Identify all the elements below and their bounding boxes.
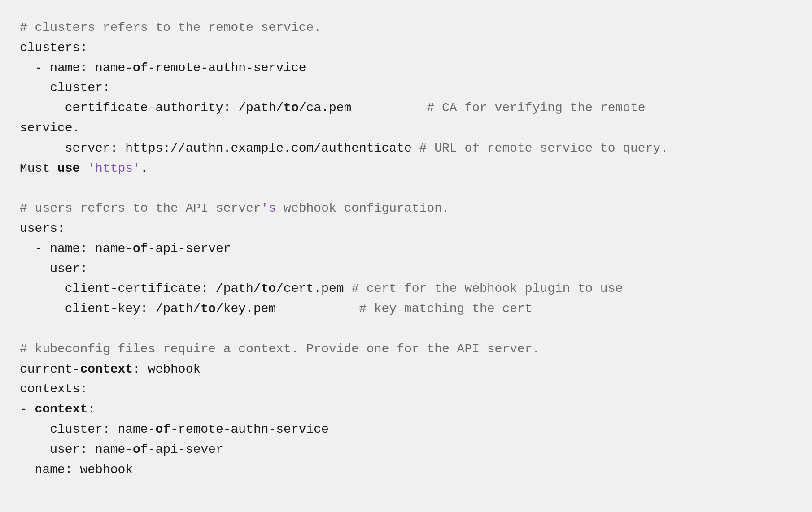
code-token: -remote-authn-service (170, 422, 329, 436)
code-line: - name: name-of-api-server (20, 239, 792, 259)
code-token: - (20, 402, 35, 416)
code-token: of (133, 443, 148, 456)
code-token: cluster: name- (20, 422, 155, 436)
code-token: /key.pem (216, 302, 359, 316)
code-token: the API server. (419, 342, 540, 356)
code-token: # CA (427, 101, 464, 115)
code-token: cluster: (20, 81, 110, 95)
code-line: - context: (20, 399, 792, 420)
code-token: users: (20, 221, 65, 235)
code-token: use (600, 282, 623, 295)
code-token: - name: name- (20, 61, 133, 75)
code-line: cluster: name-of-remote-authn-service (20, 420, 792, 440)
code-line: contexts: (20, 379, 792, 399)
code-line: Must use 'https'. (20, 159, 792, 179)
code-line: client-certificate: /path/to/cert.pem # … (20, 279, 792, 299)
code-token: for (404, 282, 427, 295)
code-token: # URL (419, 141, 465, 155)
code-token: webhook (276, 201, 344, 215)
code-token: remote service (480, 141, 600, 155)
code-token: /cert.pem (276, 282, 351, 295)
code-token: to (577, 282, 593, 295)
code-line: - name: name-of-remote-authn-service (20, 58, 792, 78)
code-line: users: (20, 219, 792, 239)
code-token: clusters: (20, 41, 87, 55)
code-token: context (238, 342, 291, 356)
code-token: -api-server (148, 242, 231, 256)
code-token: to (201, 302, 216, 316)
code-token: # clusters refers (20, 21, 155, 35)
code-token: to (155, 21, 170, 35)
code-token: the API server (148, 201, 261, 215)
code-token: context (35, 402, 88, 416)
code-token: of (133, 61, 148, 75)
code-token: the remote service. (170, 21, 321, 35)
code-line: clusters: (20, 38, 792, 58)
code-token: 's (261, 201, 276, 215)
code-token: - name: name- (20, 242, 133, 256)
code-token (80, 161, 87, 175)
code-line: server: https://authn.example.com/authen… (20, 139, 792, 159)
code-token: server: https://authn.example.com/authen… (20, 141, 419, 155)
code-token: . (442, 201, 450, 215)
code-token: to (133, 201, 148, 215)
code-token: query. (615, 141, 668, 155)
code-line: current-context: webhook (20, 360, 792, 380)
code-token: . (140, 161, 148, 175)
code-token: 'https' (87, 161, 140, 175)
code-token: of (133, 242, 148, 256)
code-token: of (155, 422, 170, 436)
code-line: name: webhook (20, 460, 792, 480)
code-line: # users refers to the API server's webho… (20, 199, 792, 219)
code-token: client-key: /path/ (20, 302, 201, 316)
code-token: name: webhook (20, 463, 133, 477)
code-token: current- (20, 362, 80, 376)
code-token: to (284, 101, 299, 115)
code-token: configuration (344, 201, 442, 215)
code-token: Must (20, 161, 57, 175)
empty-line (20, 319, 792, 339)
code-token: client-certificate: /path/ (20, 282, 261, 295)
code-line: user: (20, 259, 792, 279)
code-token: context (80, 362, 133, 376)
code-token: for (397, 342, 419, 356)
code-line: # clusters refers to the remote service. (20, 18, 792, 38)
code-token: use (57, 161, 80, 175)
code-token: of (464, 141, 480, 155)
code-token: # cert (351, 282, 404, 295)
code-token: user: name- (20, 443, 133, 456)
code-line: # kubeconfig files require a context. Pr… (20, 339, 792, 360)
code-token: the webhook plugin (427, 282, 577, 295)
code-block: # clusters refers to the remote service.… (20, 18, 792, 480)
code-line: user: name-of-api-sever (20, 440, 792, 460)
code-token: # key matching the cert (359, 302, 532, 316)
code-line: certificate-authority: /path/to/ca.pem #… (20, 98, 792, 118)
code-token: : webhook (133, 362, 201, 376)
code-token: /ca.pem (299, 101, 427, 115)
empty-line (20, 178, 792, 199)
code-token: to (261, 282, 276, 295)
code-line: cluster: (20, 78, 792, 98)
code-token: user: (20, 262, 87, 276)
code-token: # kubeconfig files require a (20, 342, 238, 356)
code-token: -api-sever (148, 443, 223, 456)
code-token: : (87, 402, 95, 416)
code-token: verifying the remote (487, 101, 646, 115)
code-line: service. (20, 118, 792, 139)
code-token: . Provide one (291, 342, 397, 356)
code-line: client-key: /path/to/key.pem # key match… (20, 299, 792, 319)
code-token (593, 282, 600, 295)
code-token: # users refers (20, 201, 133, 215)
code-token: to (600, 141, 616, 155)
code-token: for (464, 101, 487, 115)
code-token: certificate-authority: /path/ (20, 101, 284, 115)
code-token: service. (20, 121, 80, 135)
code-token: contexts: (20, 382, 87, 396)
code-token: -remote-authn-service (148, 61, 306, 75)
